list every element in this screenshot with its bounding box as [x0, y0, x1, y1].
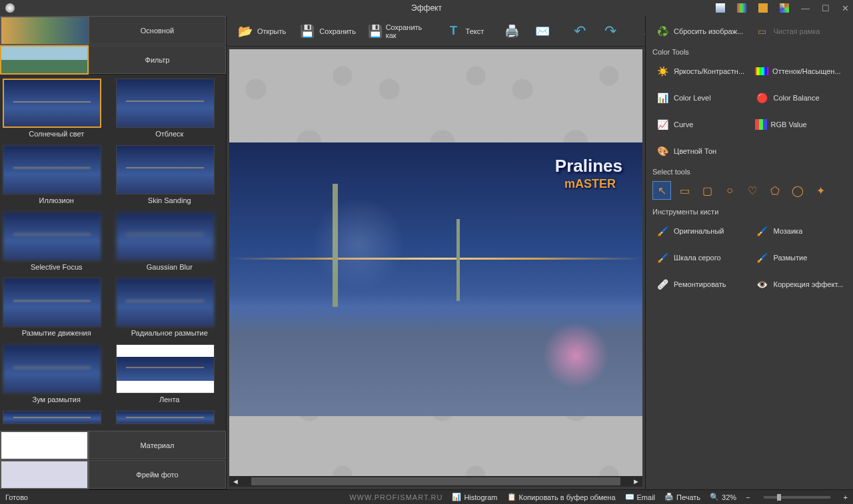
magnifier-icon: 🔍	[710, 493, 719, 501]
print-button[interactable]: 🖨️	[498, 21, 525, 42]
filter-item[interactable]	[116, 411, 224, 427]
zoom-minus[interactable]: −	[746, 493, 750, 501]
reset-image-button[interactable]: ♻️Сбросить изображ...	[652, 21, 747, 41]
watermark-line1: Pralines	[555, 156, 622, 176]
theme-icon-4[interactable]	[780, 3, 789, 13]
category-frame[interactable]: Фрейм фото	[0, 460, 226, 489]
print-icon: 🖨️	[664, 493, 674, 501]
envelope-icon: ✉️	[533, 23, 552, 39]
zoom-level[interactable]: 🔍32%	[710, 493, 736, 501]
filter-item[interactable]: Иллюзион	[3, 145, 111, 209]
category-filter-thumb	[0, 45, 89, 75]
filter-item[interactable]: Skin Sanding	[116, 145, 224, 209]
clear-frame-button[interactable]: ▭Чистая рамка	[752, 21, 847, 41]
histogram-button[interactable]: 📊Histogram	[452, 493, 497, 501]
folder-open-icon: 📂	[236, 23, 255, 39]
rect-select-tool[interactable]: ▭	[675, 181, 694, 200]
redo-button[interactable]: ↷	[597, 21, 624, 42]
gray-brush-icon: 🖌️	[655, 250, 670, 265]
category-main[interactable]: Основной	[0, 16, 226, 45]
printer-icon: 🖨️	[502, 23, 521, 39]
center-panel: 📂Открыть 💾Сохранить 💾Сохранить как TТекс…	[227, 16, 645, 489]
category-frame-label[interactable]: Фрейм фото	[89, 460, 226, 489]
grayscale-brush-button[interactable]: 🖌️Шкала серого	[652, 248, 747, 268]
category-main-label[interactable]: Основной	[89, 16, 226, 45]
hue-icon	[755, 67, 768, 75]
lasso-tool[interactable]: ◯	[788, 181, 807, 200]
filter-item[interactable]: Зум размытия	[3, 344, 111, 408]
status-site: WWW.PROFISMART.RU	[349, 493, 442, 501]
selection-toolbar: ↖ ▭ ▢ ○ ♡ ⬠ ◯ ✦	[652, 181, 846, 200]
ellipse-tool[interactable]: ○	[720, 181, 739, 200]
theme-icon-3[interactable]	[758, 3, 768, 13]
polygon-tool[interactable]: ⬠	[766, 181, 784, 200]
undo-icon: ↶	[570, 23, 589, 39]
theme-icon-2[interactable]	[737, 3, 746, 13]
rounded-rect-tool[interactable]: ▢	[698, 181, 716, 200]
right-panel: ♻️Сбросить изображ... ▭Чистая рамка Colo…	[645, 16, 853, 489]
open-button[interactable]: 📂Открыть	[232, 21, 290, 42]
blur-brush-button[interactable]: 🖌️Размытие	[752, 248, 847, 268]
window-title: Эффект	[411, 3, 442, 13]
filter-item[interactable]: Размытие движения	[3, 278, 111, 342]
redo-icon: ↷	[601, 23, 620, 39]
status-ready: Готово	[5, 493, 28, 501]
filter-item[interactable]: Selective Focus	[3, 212, 111, 276]
text-button[interactable]: TТекст	[440, 21, 488, 42]
brightness-button[interactable]: ☀️Яркость/Контрастн...	[652, 61, 747, 81]
brush-icon: 🖌️	[655, 224, 670, 238]
filter-grid: Солнечный свет Отблеск Иллюзион Skin San…	[0, 75, 226, 431]
color-level-button[interactable]: 📊Color Level	[652, 88, 747, 108]
undo-button[interactable]: ↶	[566, 21, 593, 42]
filter-item[interactable]: Солнечный свет	[3, 79, 111, 142]
category-material[interactable]: Материал	[0, 431, 226, 460]
category-filter-label[interactable]: Фильтр	[89, 45, 226, 74]
sun-icon: ☀️	[655, 64, 670, 79]
wand-tool[interactable]: ✦	[811, 181, 830, 200]
theme-icon-1[interactable]	[716, 3, 725, 13]
repair-brush-button[interactable]: 🩹Ремонтировать	[652, 274, 747, 294]
filter-item[interactable]: Отблеск	[116, 79, 224, 142]
heart-tool[interactable]: ♡	[743, 181, 762, 200]
rgb-icon	[755, 119, 767, 130]
copy-clipboard-button[interactable]: 📋Копировать в буфер обмена	[507, 493, 616, 501]
color-tone-button[interactable]: 🎨Цветной Тон	[652, 141, 747, 161]
filter-item[interactable]: Gaussian Blur	[116, 212, 224, 276]
filter-item[interactable]: Лента	[116, 344, 224, 408]
brush-tools-header: Инструменты кисти	[652, 208, 846, 216]
minimize-button[interactable]: —	[801, 3, 810, 13]
category-material-label[interactable]: Материал	[89, 431, 226, 459]
main-toolbar: 📂Открыть 💾Сохранить 💾Сохранить как TТекс…	[227, 16, 645, 47]
horizontal-scrollbar[interactable]: ◄►	[229, 476, 642, 487]
mosaic-brush-button[interactable]: 🖌️Мозаика	[752, 221, 847, 241]
rgb-button[interactable]: RGB Value	[752, 115, 847, 134]
pointer-tool[interactable]: ↖	[652, 181, 671, 200]
filter-item[interactable]	[3, 411, 111, 427]
close-button[interactable]: ✕	[842, 3, 849, 13]
text-icon: T	[444, 23, 463, 39]
effect-correction-button[interactable]: 👁️Коррекция эффект...	[752, 274, 847, 294]
original-brush-button[interactable]: 🖌️Оригинальный	[652, 221, 747, 241]
status-email-button[interactable]: ✉️Email	[625, 493, 656, 501]
filter-item[interactable]: Радиальное размытие	[116, 278, 224, 342]
maximize-button[interactable]: ☐	[822, 3, 830, 13]
status-bar: Готово WWW.PROFISMART.RU 📊Histogram 📋Коп…	[0, 489, 853, 504]
app-icon	[5, 3, 15, 13]
image-canvas[interactable]: Pralines mASTER	[229, 49, 642, 476]
save-button[interactable]: 💾Сохранить	[294, 21, 360, 42]
category-filter[interactable]: Фильтр	[0, 45, 226, 75]
curve-button[interactable]: 📈Curve	[652, 115, 747, 134]
color-balance-button[interactable]: 🔴Color Balance	[752, 88, 847, 108]
status-print-button[interactable]: 🖨️Печать	[664, 493, 700, 501]
titlebar: Эффект — ☐ ✕	[0, 0, 853, 16]
zoom-plus[interactable]: +	[844, 493, 848, 501]
watermark-line2: mASTER	[564, 177, 616, 191]
saveas-button[interactable]: 💾Сохранить как	[364, 21, 430, 42]
zoom-slider[interactable]	[764, 496, 830, 499]
color-tools-header: Color Tools	[652, 48, 846, 56]
email-button[interactable]: ✉️	[529, 21, 556, 42]
category-frame-thumb	[0, 460, 89, 489]
hue-button[interactable]: Оттенок/Насыщен...	[752, 61, 846, 81]
mosaic-icon: 🖌️	[755, 224, 770, 238]
clipboard-icon: 📋	[507, 493, 516, 501]
